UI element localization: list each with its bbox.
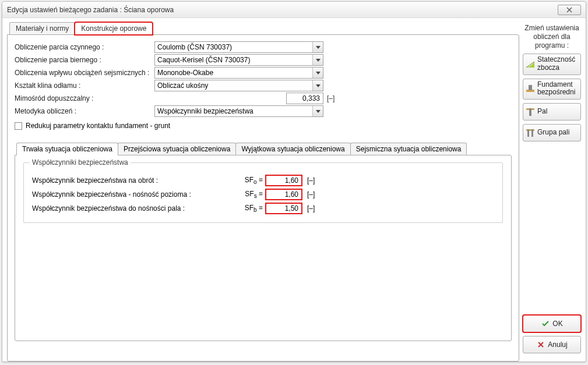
check-icon: [541, 319, 550, 328]
tab-seismic[interactable]: Sejsmiczna sytuacja obliczeniowa: [350, 143, 467, 155]
unit-eccentricity: [–]: [327, 94, 335, 102]
unit-sf-pile: [–]: [307, 204, 315, 212]
chevron-down-icon: [312, 106, 323, 116]
situations-tabs: Trwała sytuacja obliczeniowa Przejściowa…: [15, 142, 512, 155]
select-seismic[interactable]: Mononobe-Okabe: [154, 67, 323, 79]
select-passive-pressure-value: Caquot-Kerisel (ČSN 730037): [157, 56, 250, 64]
button-pile-group-label: Grupa pali: [537, 129, 569, 137]
button-pile-label: Pal: [537, 108, 547, 116]
cancel-button-label: Anuluj: [548, 341, 567, 349]
svg-rect-1: [529, 85, 532, 90]
pile-icon: [526, 107, 535, 116]
tab-materials[interactable]: Materiały i normy: [9, 22, 75, 34]
button-slope-stability-label: Stateczność zbocza: [537, 56, 578, 72]
group-legend: Współczynniki bezpieczeństwa: [30, 158, 131, 166]
top-tabs: Materiały i normy Konstrukcje oporowe: [7, 22, 519, 34]
label-passive-pressure: Obliczenie parcia biernego :: [15, 56, 154, 64]
tab-accidental[interactable]: Wyjątkowa sytuacja obliczeniowa: [235, 143, 350, 155]
label-wedge: Kształt klina odłamu :: [15, 81, 154, 90]
svg-rect-3: [529, 108, 531, 116]
footing-icon: [526, 84, 535, 93]
window-title: Edycja ustawień bieżącego zadania : Ścia…: [7, 6, 558, 14]
ok-button[interactable]: OK: [523, 315, 581, 332]
select-method[interactable]: Współczynniki bezpieczeństwa: [154, 105, 323, 117]
ok-button-label: OK: [552, 320, 562, 328]
input-eccentricity[interactable]: [286, 93, 323, 104]
checkbox-reduce-params[interactable]: [15, 122, 22, 130]
chevron-down-icon: [312, 80, 323, 91]
group-safety-factors: Współczynniki bezpieczeństwa Współczynni…: [23, 162, 503, 223]
slope-icon: [526, 59, 535, 69]
sidebar-title: Zmień ustawienia obliczeń dla programu :: [523, 24, 581, 50]
main-frame: Obliczenie parcia czynnego : Coulomb (ČS…: [7, 34, 519, 362]
situations-frame: Współczynniki bezpieczeństwa Współczynni…: [15, 155, 512, 341]
unit-sf-overturning: [–]: [307, 176, 315, 185]
label-eccentricity: Mimośród dopuszczalny :: [15, 94, 154, 102]
input-sf-overturning[interactable]: [265, 175, 302, 186]
label-active-pressure: Obliczenie parcia czynnego :: [15, 43, 154, 51]
chevron-down-icon: [312, 68, 323, 78]
button-slope-stability[interactable]: Stateczność zbocza: [523, 54, 581, 75]
symbol-sf-overturning: SFo =: [242, 176, 265, 185]
sidebar: Zmień ustawienia obliczeń dla programu :…: [523, 22, 581, 357]
cancel-button[interactable]: Anuluj: [523, 336, 581, 353]
chevron-down-icon: [312, 55, 323, 65]
button-spread-footing-label: Fundament bezpośredni: [537, 81, 578, 97]
situations-tabs-wrap: Trwała sytuacja obliczeniowa Przejściowa…: [15, 142, 512, 341]
select-wedge[interactable]: Obliczać ukośny: [154, 80, 323, 91]
select-passive-pressure[interactable]: Caquot-Kerisel (ČSN 730037): [154, 54, 323, 66]
tab-transient[interactable]: Przejściowa sytuacja obliczeniowa: [118, 143, 236, 155]
label-reduce-params: Redukuj parametry kontaktu fundament - g…: [26, 122, 170, 130]
select-wedge-value: Obliczać ukośny: [157, 81, 208, 90]
content-area: Materiały i normy Konstrukcje oporowe Ob…: [2, 18, 586, 362]
dialog-window: Edycja ustawień bieżącego zadania : Ścia…: [2, 1, 586, 362]
label-seismic: Obliczenia wpływu obciążeń sejsmicznych …: [15, 69, 154, 77]
button-pile-group[interactable]: Grupa pali: [523, 124, 581, 141]
main-panel: Materiały i normy Konstrukcje oporowe Ob…: [7, 22, 519, 357]
input-sf-pile[interactable]: [265, 203, 302, 214]
select-active-pressure-value: Coulomb (ČSN 730037): [157, 43, 232, 51]
unit-sf-horizontal: [–]: [307, 190, 315, 199]
label-sf-horizontal: Współczynnik bezpieczeństwa - nośność po…: [32, 190, 242, 199]
button-spread-footing[interactable]: Fundament bezpośredni: [523, 79, 581, 100]
select-active-pressure[interactable]: Coulomb (ČSN 730037): [154, 41, 323, 53]
symbol-sf-pile: SFb =: [242, 204, 265, 213]
label-sf-overturning: Współczynnik bezpieczeństwa na obrót :: [32, 176, 242, 185]
svg-rect-6: [531, 129, 533, 137]
symbol-sf-horizontal: SFs =: [242, 190, 265, 199]
button-pile[interactable]: Pal: [523, 103, 581, 121]
close-icon: [566, 7, 573, 13]
close-button[interactable]: [558, 5, 581, 15]
tab-permanent[interactable]: Trwała sytuacja obliczeniowa: [16, 143, 118, 155]
select-seismic-value: Mononobe-Okabe: [157, 69, 213, 77]
input-sf-horizontal[interactable]: [265, 189, 302, 200]
svg-rect-5: [527, 129, 529, 137]
cancel-icon: [536, 340, 545, 349]
pile-group-icon: [526, 128, 535, 137]
label-sf-pile: Współczynnik bezpieczeństwa do nośności …: [32, 204, 242, 212]
select-method-value: Współczynniki bezpieczeństwa: [157, 107, 253, 115]
chevron-down-icon: [312, 42, 323, 52]
tab-retaining-structures[interactable]: Konstrukcje oporowe: [75, 22, 153, 35]
titlebar: Edycja ustawień bieżącego zadania : Ścia…: [2, 2, 586, 18]
label-method: Metodyka obliczeń :: [15, 107, 154, 115]
